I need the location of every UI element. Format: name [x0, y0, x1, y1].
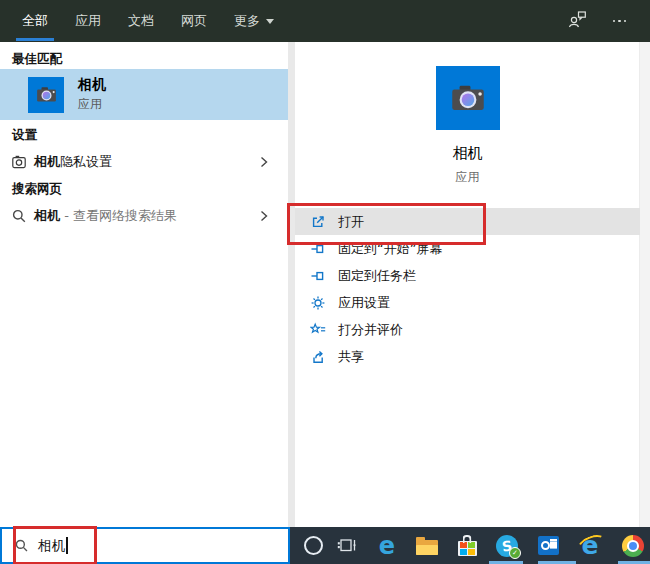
more-options-icon[interactable] [613, 20, 627, 23]
tab-all[interactable]: 全部 [18, 0, 52, 42]
chevron-right-icon [256, 208, 272, 224]
tab-more-label: 更多 [234, 12, 260, 30]
app-actions-list: 打开 固定到“开始”屏幕 固定到任务栏 [295, 208, 640, 370]
task-view-icon [337, 538, 357, 553]
gear-icon [310, 295, 326, 311]
action-label: 共享 [338, 348, 364, 366]
microsoft-store-icon [458, 541, 477, 556]
app-hero: 相机 应用 [295, 42, 640, 186]
tab-web-label: 网页 [181, 12, 207, 30]
preview-panel: 相机 应用 打开 固定到“开始”屏幕 [288, 42, 650, 527]
action-label: 固定到“开始”屏幕 [338, 240, 442, 258]
section-header-settings: 设置 [12, 127, 37, 144]
skype-icon: S✓ [496, 535, 518, 557]
status-badge: ✓ [509, 547, 521, 559]
chrome-icon [622, 535, 644, 557]
best-match-result-camera[interactable]: 相机 应用 [0, 69, 288, 120]
share-icon [310, 349, 326, 365]
result-web-search-camera[interactable]: 相机 - 查看网络搜索结果 [0, 200, 288, 232]
tab-more[interactable]: 更多 [230, 0, 278, 42]
results-panel: 最佳匹配 相机 应用 设置 [0, 42, 288, 527]
edge-button[interactable]: e [367, 527, 407, 564]
section-header-best-match: 最佳匹配 [12, 51, 62, 68]
action-label: 应用设置 [338, 294, 390, 312]
internet-explorer-button[interactable]: e [570, 527, 610, 564]
app-type: 应用 [295, 169, 640, 186]
search-filter-header: 全部 应用 文档 网页 更多 [0, 0, 650, 42]
action-label: 固定到任务栏 [338, 267, 416, 285]
feedback-user-icon[interactable] [567, 11, 587, 32]
section-header-search-web: 搜索网页 [12, 181, 62, 198]
rate-icon [310, 322, 326, 338]
search-input-text: 相机 [38, 537, 65, 555]
tab-documents-label: 文档 [128, 12, 154, 30]
cortana-icon [304, 536, 323, 555]
file-explorer-button[interactable] [407, 527, 447, 564]
task-view-button[interactable] [327, 527, 367, 564]
skype-button[interactable]: S✓ [487, 527, 527, 564]
tab-documents[interactable]: 文档 [124, 0, 158, 42]
camera-outline-icon [11, 154, 27, 170]
outlook-icon [538, 536, 559, 555]
search-icon [11, 208, 27, 224]
edge-icon: e [379, 534, 395, 558]
open-icon [310, 214, 326, 230]
camera-app-icon [28, 77, 64, 113]
pin-icon [310, 268, 326, 284]
microsoft-store-button[interactable] [447, 527, 487, 564]
chevron-down-icon [266, 19, 274, 24]
action-pin-to-taskbar[interactable]: 固定到任务栏 [295, 262, 640, 289]
action-label: 打分并评价 [338, 321, 403, 339]
best-match-subtitle: 应用 [78, 96, 106, 113]
windows-search-flyout: 全部 应用 文档 网页 更多 最佳匹配 [0, 0, 650, 564]
taskbar-search-input[interactable]: 相机 [0, 527, 290, 564]
internet-explorer-icon: e [582, 533, 599, 558]
action-pin-to-start[interactable]: 固定到“开始”屏幕 [295, 235, 640, 262]
tab-apps[interactable]: 应用 [71, 0, 105, 42]
chevron-right-icon [256, 154, 272, 170]
tab-all-label: 全部 [22, 12, 48, 30]
action-open[interactable]: 打开 [295, 208, 640, 235]
panel-divider [288, 42, 295, 527]
app-name: 相机 [295, 144, 640, 163]
panel-edge [639, 42, 650, 527]
tab-apps-label: 应用 [75, 12, 101, 30]
tab-web[interactable]: 网页 [177, 0, 211, 42]
pin-icon [310, 241, 326, 257]
action-share[interactable]: 共享 [295, 343, 640, 370]
file-explorer-icon [416, 540, 438, 555]
action-app-settings[interactable]: 应用设置 [295, 289, 640, 316]
best-match-title: 相机 [78, 76, 106, 93]
action-label: 打开 [338, 213, 364, 231]
chrome-button[interactable] [613, 527, 650, 564]
action-rate-and-review[interactable]: 打分并评价 [295, 316, 640, 343]
search-icon [14, 538, 29, 553]
camera-app-icon-large [436, 66, 500, 130]
result-label: 相机隐私设置 [34, 153, 112, 171]
outlook-button[interactable] [528, 527, 568, 564]
filter-tabs: 全部 应用 文档 网页 更多 [0, 0, 297, 42]
text-cursor [66, 537, 68, 554]
result-label: 相机 - 查看网络搜索结果 [34, 207, 177, 225]
taskbar: 相机 e S✓ e [0, 527, 650, 564]
result-camera-privacy-settings[interactable]: 相机隐私设置 [0, 146, 288, 178]
